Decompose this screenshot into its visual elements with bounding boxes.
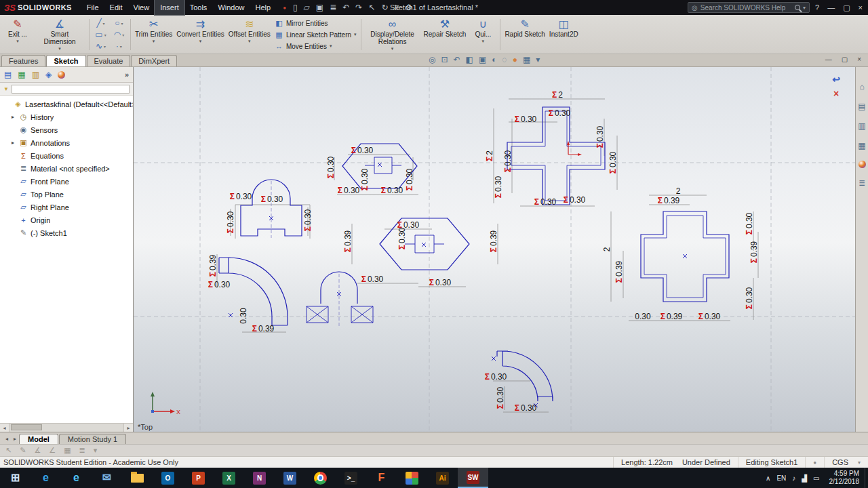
tab-sketch[interactable]: Sketch bbox=[46, 55, 85, 66]
rebuild-icon[interactable]: ↻ bbox=[381, 3, 388, 12]
zoom-fit-icon[interactable]: ◎ bbox=[429, 55, 435, 64]
configurationmanager-tab-icon[interactable]: ▥ bbox=[32, 70, 39, 79]
dimension-label[interactable]: Σ0.30 bbox=[381, 186, 403, 195]
grid-tool-icon[interactable]: ▦ bbox=[64, 446, 71, 455]
dimxpertmanager-tab-icon[interactable]: ◈ bbox=[45, 70, 52, 79]
propertymanager-tab-icon[interactable]: ▦ bbox=[18, 70, 25, 79]
spline-tool[interactable]: ∿ bbox=[92, 41, 110, 52]
dimension-label[interactable]: Σ0.30 bbox=[515, 403, 537, 413]
dimension-label[interactable]: Σ0.30 bbox=[698, 312, 721, 321]
menu-item-file[interactable]: File bbox=[81, 0, 104, 15]
dimension-label[interactable]: Σ0.39 bbox=[749, 241, 759, 264]
instant2d-button[interactable]: ◫Instant2D bbox=[547, 16, 580, 53]
taskbar-solidworks[interactable]: SW bbox=[458, 468, 488, 488]
trim-entities-button[interactable]: ✂Trim Entities▾ bbox=[133, 16, 174, 53]
dimension-label[interactable]: Σ0.30 bbox=[564, 195, 586, 205]
exit-sketch-button[interactable]: ✎Exit ...▾ bbox=[3, 16, 33, 53]
view-palette-icon[interactable]: ▦ bbox=[858, 141, 865, 150]
repair-sketch-button[interactable]: ⚒Repair Sketch bbox=[422, 16, 469, 53]
tree-item-sketch1[interactable]: ✎(-) Sketch1 bbox=[0, 226, 133, 239]
convert-entities-button[interactable]: ⇉Convert Entities▾ bbox=[174, 16, 226, 53]
dimension-label[interactable]: Σ0.30 bbox=[261, 195, 283, 204]
scroll-left-icon[interactable]: ◂ bbox=[0, 425, 9, 431]
tray-action-center-icon[interactable]: ▭ bbox=[813, 474, 819, 482]
expand-arrow-icon[interactable]: ▸ bbox=[9, 140, 16, 146]
display-style-icon[interactable]: ◐ bbox=[492, 55, 496, 64]
hide-show-icon[interactable]: ◌ bbox=[502, 55, 507, 64]
dimension-label[interactable]: Σ0.30 bbox=[494, 176, 503, 199]
dimension-tool-icon[interactable]: ∡ bbox=[34, 446, 41, 455]
taskbar-clock[interactable]: 4:59 PM 2/12/2018 bbox=[824, 468, 865, 488]
tray-network-icon[interactable]: ▟ bbox=[802, 474, 807, 482]
filter-icon[interactable]: ▼ bbox=[3, 86, 9, 92]
show-desktop-button[interactable] bbox=[865, 468, 868, 488]
dimension-label[interactable]: Σ0.30 bbox=[534, 197, 557, 207]
dimension-label[interactable]: Σ0.39 bbox=[489, 230, 498, 253]
units-dropdown-icon[interactable]: ▾ bbox=[858, 460, 861, 466]
circle-tool[interactable]: ○ bbox=[110, 18, 128, 29]
dimension-label[interactable]: Σ0.30 bbox=[326, 157, 336, 179]
dimension-label[interactable]: Σ0.30 bbox=[405, 169, 414, 191]
dimension-label[interactable]: Σ0.30 bbox=[303, 209, 313, 232]
appearances-icon[interactable] bbox=[859, 161, 866, 168]
dimension-label[interactable]: Σ0.39 bbox=[660, 312, 683, 321]
menu-item-window[interactable]: Window bbox=[212, 0, 250, 15]
search-scope-icon[interactable]: ◎ bbox=[692, 4, 698, 12]
taskbar-outlook[interactable]: O bbox=[153, 468, 183, 488]
point-tool[interactable]: ∙ bbox=[110, 41, 128, 52]
search-icon[interactable] bbox=[795, 5, 800, 10]
taskbar-firefox[interactable]: F bbox=[366, 468, 397, 488]
taskbar-illustrator[interactable]: Ai bbox=[427, 468, 458, 488]
taskbar-internet-explorer[interactable]: e bbox=[61, 468, 92, 488]
redo-icon[interactable]: ↷ bbox=[355, 3, 362, 12]
taskbar-mail[interactable]: ✉ bbox=[92, 468, 122, 488]
smart-dimension-button[interactable]: ∡Smart Dimension▾ bbox=[33, 16, 87, 53]
help-button[interactable]: ? bbox=[815, 3, 819, 12]
tree-item-material[interactable]: ≣Material <not specified> bbox=[0, 162, 133, 175]
dimension-label[interactable]: Σ0.30 bbox=[496, 387, 505, 409]
dimension-label[interactable]: Σ2 bbox=[552, 90, 563, 100]
dimension-label[interactable]: Σ0.30 bbox=[361, 274, 384, 284]
open-icon[interactable]: ▱ bbox=[304, 3, 310, 12]
tree-item-sensors[interactable]: ◉Sensors bbox=[0, 123, 133, 136]
taskbar-file-explorer[interactable] bbox=[122, 468, 153, 488]
select-tool-icon[interactable]: ↖ bbox=[5, 446, 12, 455]
dimension-label[interactable]: Σ0.30 bbox=[208, 280, 231, 289]
dimension-label[interactable]: Σ0.30 bbox=[230, 192, 252, 201]
apply-scene-icon[interactable]: ▦ bbox=[523, 55, 530, 64]
taskbar-powerpoint[interactable]: P bbox=[183, 468, 214, 488]
doc-restore-button[interactable]: ▢ bbox=[842, 56, 848, 63]
dimension-label[interactable]: Σ0.39 bbox=[208, 255, 218, 277]
custom-properties-icon[interactable]: ≣ bbox=[859, 178, 865, 188]
select-icon[interactable]: ↖ bbox=[368, 3, 375, 12]
menu-item-insert[interactable]: Insert bbox=[155, 0, 184, 15]
dimension-label[interactable]: Σ0.30 bbox=[226, 211, 235, 234]
doc-close-button[interactable]: × bbox=[857, 56, 861, 63]
close-button[interactable]: × bbox=[859, 3, 863, 12]
move-entities-button[interactable]: ↔Move Entities▾ bbox=[275, 41, 357, 52]
panel-expand-icon[interactable]: » bbox=[125, 70, 129, 79]
dimension-label[interactable]: 0.30 bbox=[239, 308, 248, 323]
taskbar-onenote[interactable]: N bbox=[244, 468, 275, 488]
rectangle-tool[interactable]: ▭ bbox=[92, 29, 110, 41]
dimension-label[interactable]: Σ0.30 bbox=[595, 126, 605, 148]
taskbar-word[interactable]: W bbox=[275, 468, 305, 488]
dimension-label[interactable]: Σ0.30 bbox=[745, 213, 754, 235]
tab-features[interactable]: Features bbox=[1, 55, 45, 66]
linear-sketch-pattern-button[interactable]: ▦Linear Sketch Pattern▾ bbox=[275, 29, 357, 40]
home-icon[interactable]: ⌂ bbox=[859, 82, 864, 92]
dimension-label[interactable]: Σ0.39 bbox=[343, 230, 353, 253]
cancel-sketch-icon[interactable]: × bbox=[833, 88, 839, 99]
sketch-tool-icon[interactable]: ✎ bbox=[20, 446, 26, 455]
menu-item-edit[interactable]: Edit bbox=[104, 0, 128, 15]
taskbar-cmd[interactable]: >_ bbox=[336, 468, 366, 488]
previous-view-icon[interactable]: ↶ bbox=[454, 55, 460, 64]
display-delete-relations-button[interactable]: ∞Display/Delete Relations▾ bbox=[363, 16, 422, 53]
quick-snaps-button[interactable]: ∪Qui...▾ bbox=[468, 16, 498, 53]
tree-item-equations[interactable]: ΣEquations bbox=[0, 149, 133, 162]
panel-scrollbar[interactable]: ◂ ▸ bbox=[0, 423, 133, 432]
scrollbar-track[interactable] bbox=[9, 424, 124, 432]
section-view-icon[interactable]: ◧ bbox=[466, 55, 473, 64]
view-settings-icon[interactable]: ▾ bbox=[536, 55, 540, 64]
dimension-label[interactable]: Σ0.30 bbox=[608, 152, 618, 174]
